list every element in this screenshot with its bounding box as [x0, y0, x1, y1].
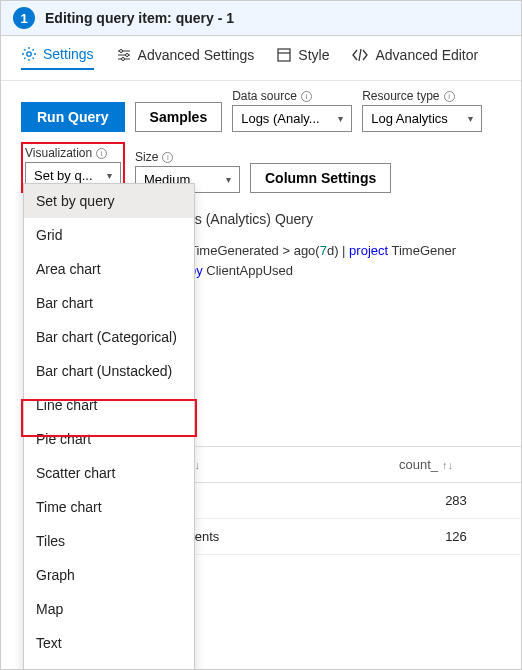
table-row[interactable]: lients 126	[181, 519, 521, 555]
table-cell: lients	[181, 519, 391, 554]
vis-option-grid[interactable]: Grid	[24, 218, 194, 252]
column-settings-button[interactable]: Column Settings	[250, 163, 391, 193]
svg-point-2	[125, 54, 128, 57]
table-cell: 283	[391, 483, 521, 518]
svg-rect-4	[278, 49, 290, 61]
resource-type-field: Resource type i Log Analytics ▾	[362, 89, 482, 132]
vis-option-bar-chart-categorical[interactable]: Bar chart (Categorical)	[24, 320, 194, 354]
table-header: ↑↓ count_↑↓	[181, 447, 521, 483]
vis-option-time-chart[interactable]: Time chart	[24, 490, 194, 524]
visualization-label: Visualization i	[25, 146, 121, 160]
data-source-field: Data source i Logs (Analy... ▾	[232, 89, 352, 132]
info-icon[interactable]: i	[444, 91, 455, 102]
svg-point-3	[121, 58, 124, 61]
vis-option-tiles[interactable]: Tiles	[24, 524, 194, 558]
sort-icon: ↑↓	[442, 459, 453, 471]
table-col-2-header[interactable]: count_↑↓	[391, 447, 521, 482]
tab-style-label: Style	[298, 47, 329, 63]
size-label: Size i	[135, 150, 240, 164]
tab-settings[interactable]: Settings	[21, 46, 94, 70]
header-bar: 1 Editing query item: query - 1	[1, 1, 521, 36]
vis-option-bar-chart[interactable]: Bar chart	[24, 286, 194, 320]
step-badge: 1	[13, 7, 35, 29]
vis-option-graph[interactable]: Graph	[24, 558, 194, 592]
run-query-button[interactable]: Run Query	[21, 102, 125, 132]
table-cell: 126	[391, 519, 521, 554]
tab-editor-label: Advanced Editor	[375, 47, 478, 63]
sliders-icon	[116, 47, 132, 63]
data-source-label: Data source i	[232, 89, 352, 103]
query-section-label: gs (Analytics) Query	[181, 211, 521, 227]
chevron-down-icon: ▾	[338, 113, 343, 124]
control-row-1: Run Query Samples Data source i Logs (An…	[21, 89, 521, 132]
svg-point-0	[27, 52, 31, 56]
tab-advanced-settings[interactable]: Advanced Settings	[116, 47, 255, 69]
visualization-menu[interactable]: Set by query Grid Area chart Bar chart B…	[23, 183, 195, 670]
info-icon[interactable]: i	[301, 91, 312, 102]
tab-advanced-label: Advanced Settings	[138, 47, 255, 63]
info-icon[interactable]: i	[96, 148, 107, 159]
svg-point-1	[119, 50, 122, 53]
query-editor[interactable]: TimeGenerated > ago(7d) | project TimeGe…	[181, 235, 521, 286]
results-table: ↑↓ count_↑↓ 283 lients 126	[181, 446, 521, 555]
vis-option-bar-chart-unstacked[interactable]: Bar chart (Unstacked)	[24, 354, 194, 388]
table-row[interactable]: 283	[181, 483, 521, 519]
vis-option-line-chart[interactable]: Line chart	[24, 388, 194, 422]
style-icon	[276, 47, 292, 63]
info-icon[interactable]: i	[162, 152, 173, 163]
resource-type-label: Resource type i	[362, 89, 482, 103]
data-source-dropdown[interactable]: Logs (Analy... ▾	[232, 105, 352, 132]
table-cell	[181, 483, 391, 518]
tab-advanced-editor[interactable]: Advanced Editor	[351, 47, 478, 69]
chevron-down-icon: ▾	[468, 113, 473, 124]
vis-option-scatter-chart[interactable]: Scatter chart	[24, 456, 194, 490]
chevron-down-icon: ▾	[107, 170, 112, 181]
samples-button[interactable]: Samples	[135, 102, 223, 132]
vis-option-stat[interactable]: Stat	[24, 660, 194, 670]
chevron-down-icon: ▾	[226, 174, 231, 185]
tab-style[interactable]: Style	[276, 47, 329, 69]
resource-type-dropdown[interactable]: Log Analytics ▾	[362, 105, 482, 132]
gear-icon	[21, 46, 37, 62]
vis-option-map[interactable]: Map	[24, 592, 194, 626]
tab-strip: Settings Advanced Settings Style Advance…	[1, 36, 521, 81]
vis-option-set-by-query[interactable]: Set by query	[24, 184, 194, 218]
vis-option-text[interactable]: Text	[24, 626, 194, 660]
editor-frame: 1 Editing query item: query - 1 Settings…	[0, 0, 522, 670]
vis-option-area-chart[interactable]: Area chart	[24, 252, 194, 286]
header-title: Editing query item: query - 1	[45, 10, 234, 26]
vis-option-pie-chart[interactable]: Pie chart	[24, 422, 194, 456]
tab-settings-label: Settings	[43, 46, 94, 62]
table-col-1-header[interactable]: ↑↓	[181, 447, 391, 482]
code-icon	[351, 47, 369, 63]
